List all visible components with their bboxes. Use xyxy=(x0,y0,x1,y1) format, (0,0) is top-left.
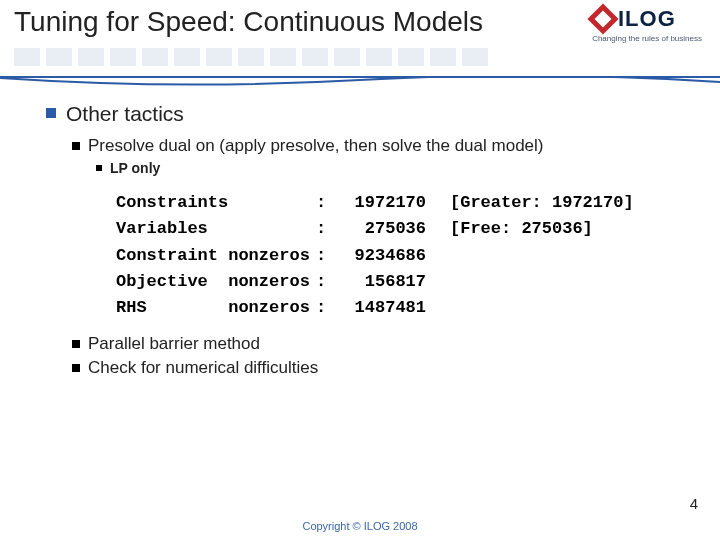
stat-row: Constraints : 1972170 [Greater: 1972170] xyxy=(116,190,674,216)
stat-label: Constraint nonzeros xyxy=(116,243,316,269)
section-heading: Other tactics xyxy=(46,102,674,126)
sub-bullet-text: Presolve dual on (apply presolve, then s… xyxy=(88,136,544,156)
stat-sep: : xyxy=(316,216,336,242)
stat-label: Objective nonzeros xyxy=(116,269,316,295)
bullet-square-icon xyxy=(96,165,102,171)
bullet-square-icon xyxy=(72,340,80,348)
bullet-square-icon xyxy=(72,142,80,150)
stat-row: Variables : 275036 [Free: 275036] xyxy=(116,216,674,242)
title-decor-squares xyxy=(14,48,488,66)
page-number: 4 xyxy=(690,495,698,512)
sub-bullet: Check for numerical difficulties xyxy=(72,358,674,378)
stat-extra xyxy=(426,243,450,269)
stats-block: Constraints : 1972170 [Greater: 1972170]… xyxy=(116,190,674,322)
stat-value: 1972170 xyxy=(336,190,426,216)
stat-sep: : xyxy=(316,190,336,216)
stat-value: 1487481 xyxy=(336,295,426,321)
copyright-footer: Copyright © ILOG 2008 xyxy=(0,520,720,532)
stat-extra xyxy=(426,269,450,295)
stat-extra: [Greater: 1972170] xyxy=(426,190,634,216)
slide-title: Tuning for Speed: Continuous Models xyxy=(14,6,483,38)
stat-value: 9234686 xyxy=(336,243,426,269)
stat-label: Constraints xyxy=(116,190,316,216)
sub-sub-bullet: LP only xyxy=(96,160,674,176)
slide-content: Other tactics Presolve dual on (apply pr… xyxy=(0,78,720,378)
bullet-square-icon xyxy=(46,108,56,118)
sub-bullet: Presolve dual on (apply presolve, then s… xyxy=(72,136,674,156)
sub-bullet-text: Parallel barrier method xyxy=(88,334,260,354)
stat-extra xyxy=(426,295,450,321)
logo-tagline: Changing the rules of business xyxy=(592,34,702,43)
stat-label: Variables xyxy=(116,216,316,242)
stat-row: RHS nonzeros : 1487481 xyxy=(116,295,674,321)
title-bar: Tuning for Speed: Continuous Models ILOG… xyxy=(0,0,720,78)
sub-bullet: Parallel barrier method xyxy=(72,334,674,354)
bullet-square-icon xyxy=(72,364,80,372)
stat-row: Constraint nonzeros : 9234686 xyxy=(116,243,674,269)
stat-sep: : xyxy=(316,295,336,321)
stat-extra: [Free: 275036] xyxy=(426,216,593,242)
sub-bullet-text: Check for numerical difficulties xyxy=(88,358,318,378)
title-underline-wave xyxy=(0,76,720,88)
stat-sep: : xyxy=(316,269,336,295)
logo-letters: ILOG xyxy=(618,6,676,32)
brand-logo: ILOG Changing the rules of business xyxy=(592,6,702,62)
stat-value: 275036 xyxy=(336,216,426,242)
stat-sep: : xyxy=(316,243,336,269)
section-heading-text: Other tactics xyxy=(66,102,184,126)
sub-sub-bullet-text: LP only xyxy=(110,160,160,176)
stat-value: 156817 xyxy=(336,269,426,295)
stat-row: Objective nonzeros : 156817 xyxy=(116,269,674,295)
stat-label: RHS nonzeros xyxy=(116,295,316,321)
logo-diamond-icon xyxy=(587,3,618,34)
